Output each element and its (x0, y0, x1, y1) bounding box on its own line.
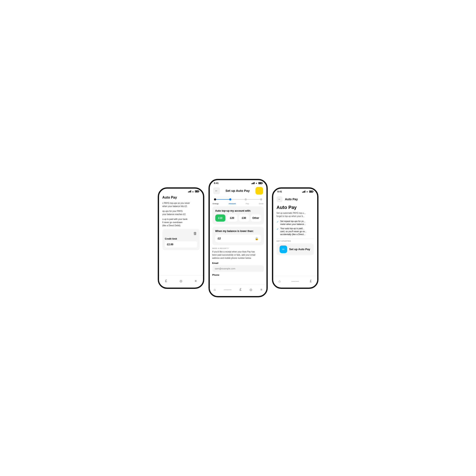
wifi-icon-left: ▲ (192, 190, 194, 193)
balance-row: £2 🔒 (215, 235, 261, 242)
checklist: ✓ Set repeat top-ups for yo...meter when… (277, 220, 314, 236)
phone-center-content: ← Set up Auto Pay ⚡ Energy Amount (210, 185, 266, 295)
phone-right: 9:41 ▲ ← (272, 187, 319, 289)
step-labels: Energy Amount Pay Done (210, 203, 266, 205)
check-text-2: Your auto top-up is paid...card, so you'… (280, 227, 306, 236)
right-header: ← Auto Pay (277, 196, 314, 202)
status-icons-right: ▲ (302, 190, 313, 193)
check-text-1: Set repeat top-ups for yo...meter when y… (280, 220, 306, 226)
amount-btn-10[interactable]: £10 (215, 214, 225, 221)
nav-item-menu-left[interactable]: ≡ (195, 279, 197, 283)
status-bar-center: 9:41 ▲ (210, 180, 266, 185)
phone-left-content: Auto Pay c PAYG top-ups so you never whe… (159, 193, 203, 287)
amount-btn-other[interactable]: Other (251, 214, 261, 221)
credit-limit-label: Credit limit (165, 238, 197, 240)
check-item-1: ✓ Set repeat top-ups for yo...meter when… (277, 220, 314, 226)
nav-item-account-right[interactable]: £ (310, 279, 312, 283)
phone-label: Phone (210, 274, 266, 276)
nav-item-activity-right[interactable]: ◦—◦—◦ (291, 280, 299, 283)
step-label-amount: Amount (229, 203, 236, 205)
status-time-center: 9:41 (214, 182, 219, 184)
receipt-section: NEED A RECEIPT? If you'd like a receipt … (210, 247, 266, 260)
progress-stepper (210, 196, 266, 203)
step-dot-done (260, 198, 262, 201)
step-label-energy: Energy (213, 203, 219, 205)
nav-item-pound-left[interactable]: £ (165, 279, 167, 283)
left-body-3: o-up is paid with your bank ll never go … (162, 218, 200, 227)
get-started-label: GET STARTED (277, 240, 314, 242)
phone-left: ▲ Auto Pay c PAYG top-ups so you never w… (158, 187, 204, 289)
setup-autopay-button[interactable]: ∞ Set up Auto Pay (277, 243, 314, 255)
right-subtitle: Set up automatic PAYG top-u... forget to… (277, 211, 314, 218)
step-line-1 (216, 199, 229, 200)
signal-icon-left (188, 190, 191, 192)
receipt-body: If you'd like a receipt when your Auto P… (212, 250, 264, 260)
left-body-1: c PAYG top-ups so you never when your ba… (162, 202, 200, 208)
step-line-3 (247, 199, 260, 200)
signal-icon-right (302, 190, 305, 193)
back-arrow-center: ← (215, 189, 218, 192)
lightning-icon: ⚡ (257, 189, 261, 193)
balance-card: When my balance is lower than: £2 🔒 (212, 227, 264, 245)
bottom-nav-left: £ ⊙ ≡ (159, 275, 203, 287)
right-header-title: Auto Pay (285, 198, 298, 201)
credit-section: 🗑 Credit limit £2.00 (162, 229, 200, 250)
phone-center: 9:41 ▲ ← Set up Auto Pay (208, 179, 268, 297)
checkmark-1: ✓ (277, 220, 279, 224)
balance-title: When my balance is lower than: (215, 230, 261, 233)
amount-btn-30[interactable]: £30 (239, 214, 249, 221)
auto-topup-card: Auto top-up my account with: £10 £20 £30… (212, 206, 264, 224)
nav-item-home-right[interactable]: ⌂ (278, 279, 281, 283)
back-button-center[interactable]: ← (213, 187, 220, 194)
trash-icon[interactable]: 🗑 (193, 231, 197, 236)
step-dot-energy (214, 198, 216, 201)
setup-btn-label: Set up Auto Pay (289, 248, 310, 251)
amount-btn-20[interactable]: £20 (227, 214, 237, 221)
back-button-right[interactable]: ← (277, 196, 283, 202)
battery-icon-right (309, 190, 313, 193)
divider (277, 238, 314, 239)
phone-right-content: ← Auto Pay Auto Pay Set up automatic PAY… (273, 194, 317, 287)
lock-icon: 🔒 (255, 237, 258, 240)
balance-value: £2 (218, 237, 221, 240)
nav-item-account-center[interactable]: £ (239, 288, 241, 292)
bottom-nav-right: ⌂ ◦—◦—◦ £ (273, 276, 317, 287)
wifi-icon-center: ▲ (255, 182, 257, 184)
status-icons-left: ▲ (188, 190, 199, 193)
step-dot-pay (245, 198, 247, 201)
status-bar-left: ▲ (159, 189, 203, 193)
back-arrow-right: ← (278, 198, 281, 201)
infinity-icon: ∞ (280, 245, 287, 253)
nav-item-help-left[interactable]: ⊙ (180, 279, 182, 283)
step-line-2 (231, 199, 245, 200)
amount-buttons: £10 £20 £30 Other (215, 214, 261, 221)
step-label-done: Done (259, 203, 263, 205)
nav-item-activity-center[interactable]: ◦—◦—◦ (224, 288, 232, 291)
signal-icon-center (252, 182, 255, 184)
left-body-2: op-ups for your PAYG your balance reache… (162, 210, 200, 216)
status-time-right: 9:41 (277, 190, 282, 193)
status-icons-center: ▲ (252, 182, 262, 184)
nav-item-help-center[interactable]: ⊙ (250, 288, 252, 292)
checkmark-2: ✓ (277, 227, 279, 231)
status-bar-right: 9:41 ▲ (273, 189, 317, 194)
email-label: Email (210, 262, 266, 264)
credit-limit-value: £2.00 (165, 241, 197, 248)
step-dot-amount (229, 198, 231, 201)
step-label-pay: Pay (246, 203, 249, 205)
battery-icon-left (195, 190, 199, 192)
auto-topup-title: Auto top-up my account with: (215, 209, 261, 212)
wifi-icon-right: ▲ (306, 190, 308, 193)
bottom-nav-center: ⌂ ◦—◦—◦ £ ⊙ ≡ (210, 284, 266, 295)
email-input[interactable] (212, 265, 264, 272)
screenshot-container: ▲ Auto Pay c PAYG top-ups so you never w… (143, 179, 333, 297)
left-phone-title: Auto Pay (162, 196, 200, 199)
receipt-heading: NEED A RECEIPT? (212, 247, 264, 249)
nav-item-home-center[interactable]: ⌂ (214, 288, 216, 292)
check-item-2: ✓ Your auto top-up is paid...card, so yo… (277, 227, 314, 236)
center-header-title: Set up Auto Pay (225, 189, 250, 192)
battery-icon-center (258, 182, 262, 184)
nav-item-menu-center[interactable]: ≡ (260, 288, 262, 292)
center-header: ← Set up Auto Pay ⚡ (210, 185, 266, 196)
lightning-button[interactable]: ⚡ (255, 187, 263, 195)
